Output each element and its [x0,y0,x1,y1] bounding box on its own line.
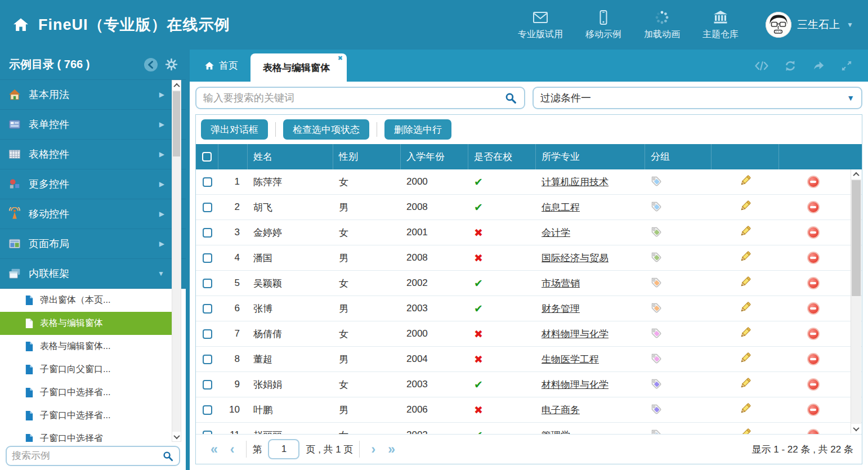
scrollbar-thumb[interactable] [852,180,861,296]
pager-next-button[interactable]: › [372,443,376,456]
sidebar-menu-item[interactable]: 基本用法 ▶ [0,80,186,110]
scroll-down-icon[interactable] [851,424,861,433]
check-selected-button[interactable]: 检查选中项状态 [283,119,369,140]
header-nav-spinner[interactable]: 加载动画 [644,9,680,41]
tag-icon[interactable] [648,249,663,263]
tab-active[interactable]: 表格与编辑窗体 ✖ [250,53,347,82]
open-dialog-button[interactable]: 弹出对话框 [201,119,268,140]
delete-icon[interactable] [807,328,820,340]
tag-icon[interactable] [648,173,663,187]
tag-icon[interactable] [648,224,663,238]
tag-icon[interactable] [648,300,663,314]
share-icon[interactable] [812,59,825,73]
tag-icon[interactable] [648,199,663,213]
edit-icon[interactable] [739,225,752,238]
cell-major-link[interactable]: 财务管理 [542,303,580,314]
row-checkbox[interactable] [203,355,212,364]
cell-major-link[interactable]: 会计学 [542,227,570,238]
brand[interactable]: FineUI（专业版）在线示例 [0,15,230,35]
sidebar-menu-item[interactable]: 更多控件 ▶ [0,169,186,199]
collapse-sidebar-icon[interactable] [144,57,158,72]
cell-major-link[interactable]: 材料物理与化学 [542,329,609,339]
sidebar-submenu-item[interactable]: 表格与编辑窗体... [0,335,172,358]
row-checkbox[interactable] [203,253,212,263]
sidebar-submenu-item[interactable]: 子窗口中选择省 [0,427,172,442]
delete-icon[interactable] [807,277,820,289]
delete-icon[interactable] [807,226,820,239]
tag-icon[interactable] [648,427,663,434]
tag-icon[interactable] [648,275,663,289]
sidebar-scrollbar[interactable] [172,80,181,442]
delete-selected-button[interactable]: 删除选中行 [384,119,451,140]
refresh-icon[interactable] [784,59,797,73]
cell-major-link[interactable]: 市场营销 [542,278,580,289]
sidebar-submenu-item[interactable]: 表格与编辑窗体 [0,312,172,335]
source-code-icon[interactable] [754,60,769,72]
delete-icon[interactable] [807,252,820,264]
row-checkbox[interactable] [203,228,212,238]
edit-icon[interactable] [739,301,752,314]
edit-icon[interactable] [739,174,752,187]
scroll-up-icon[interactable] [851,169,861,179]
search-icon[interactable] [162,450,174,462]
tag-icon[interactable] [648,351,663,365]
sidebar-submenu-item[interactable]: 子窗口中选择省... [0,404,172,427]
table-scrollbar[interactable] [851,169,861,433]
delete-icon[interactable] [807,404,820,416]
header-nav-envelope[interactable]: 专业版试用 [518,9,563,41]
sidebar-menu-item[interactable]: 页面布局 ▶ [0,229,186,259]
edit-icon[interactable] [739,351,752,365]
sidebar-menu-item[interactable]: 表格控件 ▶ [0,140,186,169]
row-checkbox[interactable] [203,380,212,390]
keyword-search-input[interactable] [203,92,504,104]
pager-last-button[interactable]: » [388,443,395,456]
edit-icon[interactable] [739,199,752,213]
cell-major-link[interactable]: 国际经济与贸易 [542,253,609,263]
user-menu[interactable]: 三生石上 ▼ [766,12,868,38]
edit-icon[interactable] [739,250,752,263]
delete-icon[interactable] [807,429,820,434]
sidebar-submenu-item[interactable]: 子窗口中选择省... [0,381,172,404]
scroll-up-icon[interactable] [172,80,181,90]
cell-major-link[interactable]: 材料物理与化学 [542,379,609,390]
delete-icon[interactable] [807,302,820,315]
scroll-down-icon[interactable] [172,432,181,441]
edit-icon[interactable] [739,326,752,339]
tag-icon[interactable] [648,401,663,415]
fullscreen-icon[interactable] [840,59,853,73]
cell-major-link[interactable]: 信息工程 [542,202,580,213]
search-icon[interactable] [504,92,517,105]
gear-icon[interactable] [165,58,178,71]
sidebar-menu-item[interactable]: 内联框架 ▼ [0,259,186,289]
row-checkbox[interactable] [203,304,212,314]
cell-major-link[interactable]: 管理学 [542,430,570,435]
row-checkbox[interactable] [203,279,212,288]
sidebar-menu-item[interactable]: 表单控件 ▶ [0,110,186,140]
header-nav-phone[interactable]: 移动示例 [585,9,621,41]
row-checkbox[interactable] [203,405,212,415]
pager-first-button[interactable]: « [211,443,218,456]
tab-home[interactable]: 首页 [196,50,246,82]
edit-icon[interactable] [739,402,752,415]
row-checkbox[interactable] [203,177,212,187]
close-icon[interactable]: ✖ [338,55,343,62]
delete-icon[interactable] [807,353,820,365]
sidebar-search-input[interactable] [12,450,162,462]
header-nav-bank[interactable]: 主题仓库 [703,9,739,41]
page-number-input[interactable] [268,439,299,459]
cell-major-link[interactable]: 电子商务 [542,405,580,415]
select-all-checkbox[interactable] [202,152,212,162]
sidebar-submenu-item[interactable]: 子窗口向父窗口... [0,358,172,381]
tag-icon[interactable] [648,325,663,339]
tag-icon[interactable] [648,376,663,390]
pager-prev-button[interactable]: ‹ [230,443,235,456]
edit-icon[interactable] [739,275,752,289]
edit-icon[interactable] [739,427,752,435]
edit-icon[interactable] [739,377,752,390]
row-checkbox[interactable] [203,203,212,212]
cell-major-link[interactable]: 生物医学工程 [542,354,599,365]
delete-icon[interactable] [807,176,820,188]
filter-select[interactable]: 过滤条件一 ▼ [533,87,862,109]
delete-icon[interactable] [807,201,820,213]
cell-major-link[interactable]: 计算机应用技术 [542,177,609,187]
